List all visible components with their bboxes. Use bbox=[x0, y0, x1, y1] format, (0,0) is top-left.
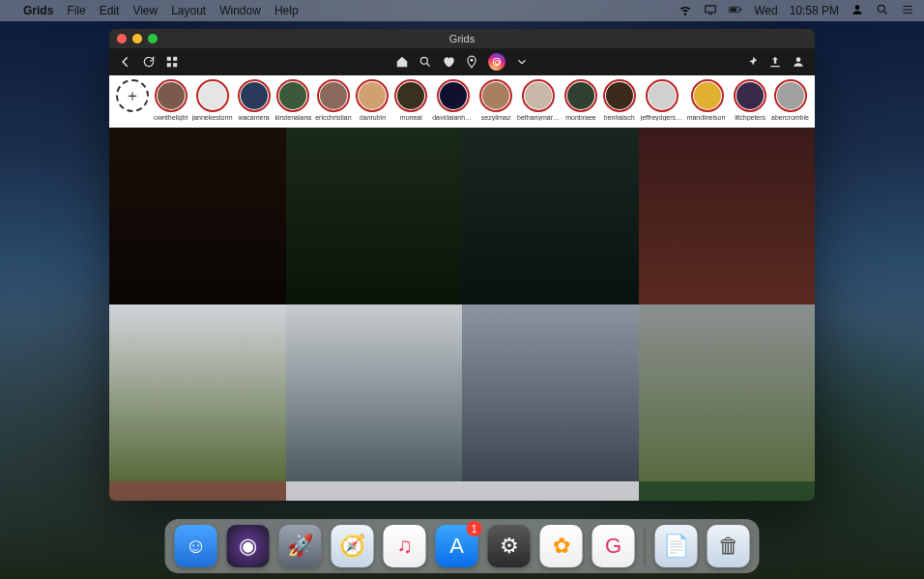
dock-doc[interactable]: 📄 bbox=[655, 525, 698, 567]
menubar-item-help[interactable]: Help bbox=[274, 4, 299, 17]
story-item[interactable]: wacamera bbox=[237, 79, 272, 121]
profile-icon[interactable] bbox=[792, 55, 805, 69]
menubar-day[interactable]: Wed bbox=[754, 4, 777, 17]
feed-tile[interactable] bbox=[462, 481, 639, 501]
home-icon[interactable] bbox=[395, 55, 409, 69]
story-item[interactable]: monbraee bbox=[563, 79, 598, 121]
feed-tile[interactable] bbox=[109, 481, 286, 501]
story-username: bethanymari... bbox=[517, 114, 560, 121]
dock-app-store[interactable]: A1 bbox=[436, 525, 478, 567]
feed-tile[interactable] bbox=[109, 128, 286, 304]
story-add[interactable]: ＋ bbox=[115, 79, 150, 114]
story-username: jannekestorm bbox=[192, 114, 233, 121]
menubar-item-edit[interactable]: Edit bbox=[100, 4, 120, 17]
spotlight-icon[interactable] bbox=[876, 3, 889, 19]
story-username: kirstenalana bbox=[274, 114, 311, 121]
menubar-item-view[interactable]: View bbox=[132, 4, 158, 17]
svg-rect-7 bbox=[173, 57, 177, 61]
menubar-item-layout[interactable]: Layout bbox=[171, 4, 206, 17]
back-icon[interactable] bbox=[119, 55, 132, 69]
display-icon[interactable] bbox=[704, 3, 717, 19]
story-item[interactable]: jannekestorm bbox=[192, 79, 233, 121]
feed-tile[interactable] bbox=[639, 128, 816, 304]
feed-tile[interactable] bbox=[286, 481, 463, 501]
dock-app-launch[interactable]: 🚀 bbox=[279, 525, 322, 567]
pin-icon[interactable] bbox=[745, 55, 759, 69]
story-item[interactable]: ericchristian bbox=[315, 79, 351, 121]
dock-trash[interactable]: 🗑 bbox=[707, 525, 750, 567]
feed-tile[interactable] bbox=[286, 304, 463, 481]
story-item[interactable]: bethanymari... bbox=[517, 79, 560, 121]
story-item[interactable]: kirstenalana bbox=[274, 79, 311, 121]
feed-tile[interactable] bbox=[639, 481, 816, 501]
dock-app-siri[interactable]: ◉ bbox=[227, 525, 270, 567]
story-username: danrubin bbox=[360, 114, 386, 121]
search-icon[interactable] bbox=[419, 55, 432, 69]
menubar-item-file[interactable]: File bbox=[67, 4, 85, 17]
svg-point-11 bbox=[471, 59, 474, 62]
svg-rect-6 bbox=[167, 57, 171, 61]
story-item[interactable]: abercrombie bbox=[771, 79, 809, 121]
story-item[interactable]: moneal bbox=[393, 79, 428, 121]
svg-rect-9 bbox=[173, 63, 177, 67]
story-username: abercrombie bbox=[771, 114, 809, 121]
story-item[interactable]: ownthelight bbox=[154, 79, 188, 121]
dock-app-finder[interactable]: ☺ bbox=[175, 525, 217, 567]
feed-grid bbox=[109, 128, 815, 501]
story-username: jeffreydgerson bbox=[641, 114, 683, 121]
feed-tile[interactable] bbox=[462, 304, 639, 481]
stories-row: ＋ownthelightjannekestormwacamerakirstena… bbox=[109, 75, 815, 128]
notification-center-icon[interactable] bbox=[901, 3, 914, 19]
feed-tile[interactable] bbox=[109, 304, 286, 481]
story-username: sezyilmaz bbox=[481, 114, 511, 121]
macos-dock: ☺◉🚀🧭♫A1⚙✿G📄🗑 bbox=[165, 519, 760, 573]
story-item[interactable]: litchpeters bbox=[733, 79, 767, 121]
story-username: ericchristian bbox=[315, 114, 351, 121]
dock-app-safari[interactable]: 🧭 bbox=[332, 525, 374, 567]
feed-tile[interactable] bbox=[286, 128, 463, 304]
svg-point-12 bbox=[796, 57, 801, 62]
instagram-icon[interactable] bbox=[488, 53, 505, 71]
story-username: monbraee bbox=[565, 114, 596, 121]
dock-app-music[interactable]: ♫ bbox=[384, 525, 426, 567]
story-username: moneal bbox=[400, 114, 422, 121]
svg-point-5 bbox=[878, 5, 884, 12]
story-item[interactable]: jeffreydgerson bbox=[641, 79, 683, 121]
story-username: davidalanhar... bbox=[432, 114, 475, 121]
dock-app-sysprefs[interactable]: ⚙ bbox=[488, 525, 531, 567]
user-icon[interactable] bbox=[851, 3, 864, 19]
chevron-down-icon[interactable] bbox=[515, 55, 529, 69]
menubar-item-window[interactable]: Window bbox=[219, 4, 261, 17]
menubar-time[interactable]: 10:58 PM bbox=[790, 4, 839, 17]
story-item[interactable]: davidalanhar... bbox=[432, 79, 475, 121]
battery-icon[interactable] bbox=[729, 3, 742, 19]
story-item[interactable]: sezyilmaz bbox=[478, 79, 513, 121]
story-username: litchpeters bbox=[735, 114, 765, 121]
window-titlebar[interactable]: Grids bbox=[109, 29, 815, 48]
svg-rect-8 bbox=[167, 63, 171, 67]
upload-icon[interactable] bbox=[768, 55, 782, 69]
story-username: wacamera bbox=[238, 114, 269, 121]
story-item[interactable]: mandinelson_ bbox=[687, 79, 730, 121]
refresh-icon[interactable] bbox=[142, 55, 156, 69]
dock-app-photos[interactable]: ✿ bbox=[540, 525, 583, 567]
story-item[interactable]: danrubin bbox=[356, 79, 390, 121]
svg-rect-0 bbox=[706, 5, 716, 12]
svg-rect-3 bbox=[731, 8, 736, 11]
dock-app-grids[interactable]: G bbox=[592, 525, 635, 567]
dock-badge: 1 bbox=[467, 521, 482, 536]
story-username: ownthelight bbox=[154, 114, 188, 121]
wifi-icon[interactable] bbox=[679, 3, 692, 19]
feed-tile[interactable] bbox=[639, 304, 816, 481]
grid-view-icon[interactable] bbox=[165, 55, 179, 69]
heart-icon[interactable] bbox=[442, 55, 455, 69]
window-title: Grids bbox=[109, 33, 815, 44]
macos-menubar: Grids File Edit View Layout Window Help … bbox=[0, 0, 924, 21]
story-item[interactable]: benhalsch bbox=[602, 79, 637, 121]
svg-point-10 bbox=[420, 57, 427, 64]
location-icon[interactable] bbox=[465, 55, 478, 69]
story-username: mandinelson_ bbox=[687, 114, 730, 121]
feed-tile[interactable] bbox=[462, 128, 639, 304]
menubar-app-name[interactable]: Grids bbox=[23, 4, 53, 17]
svg-point-4 bbox=[855, 5, 860, 10]
